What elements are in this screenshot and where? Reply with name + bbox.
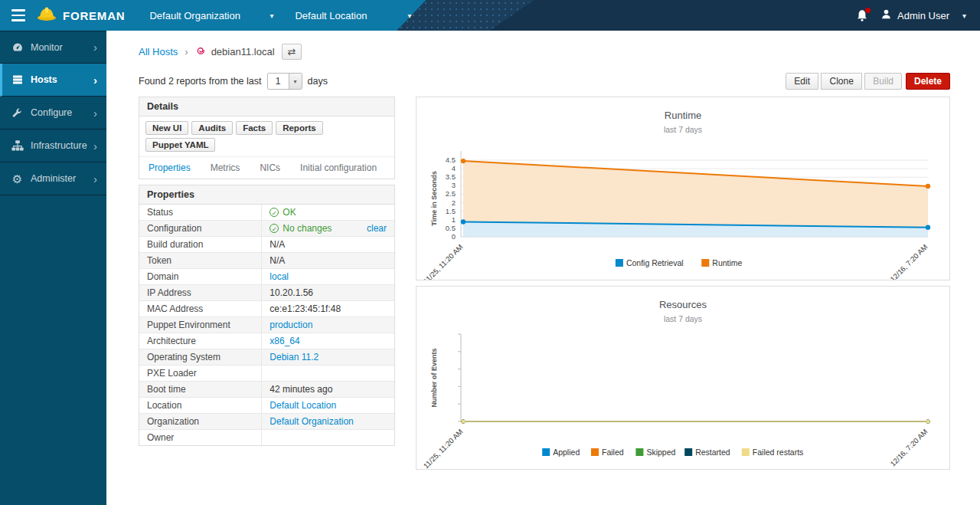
table-row-puppet-environment: Puppet Environment production xyxy=(139,317,394,333)
legend-item-runtime[interactable]: Runtime xyxy=(701,258,742,267)
sidebar-item-label: Administer xyxy=(31,173,93,184)
svg-text:last 7 days: last 7 days xyxy=(664,125,702,134)
tab-initial-configuration[interactable]: Initial configuration xyxy=(299,157,377,179)
controls-row: Found 2 reports from the last 1 ▾ days E… xyxy=(139,73,950,90)
table-row-ip-address: IP Address 10.20.1.56 xyxy=(139,285,394,301)
table-row-owner: Owner xyxy=(139,430,394,446)
notifications-bell-icon[interactable] xyxy=(856,9,868,22)
tab-properties[interactable]: Properties xyxy=(148,157,191,179)
breadcrumb-all-hosts-link[interactable]: All Hosts xyxy=(139,46,178,57)
chevron-right-icon: › xyxy=(93,74,97,86)
svg-text:last 7 days: last 7 days xyxy=(664,314,702,323)
hardhat-logo-icon xyxy=(37,6,57,25)
svg-text:Number of Events: Number of Events xyxy=(430,348,438,407)
svg-text:Failed restarts: Failed restarts xyxy=(753,448,804,457)
sidebar-item-label: Hosts xyxy=(31,74,93,85)
sidebar-item-monitor[interactable]: Monitor › xyxy=(0,31,106,64)
svg-text:4.5: 4.5 xyxy=(446,156,456,164)
check-circle-icon: ✓ xyxy=(270,208,279,217)
operating-system-link[interactable]: Debian 11.2 xyxy=(270,352,318,362)
delete-button[interactable]: Delete xyxy=(906,73,950,90)
properties-table: Status ✓OK Configuration ✓No changesclea… xyxy=(139,205,394,445)
puppet-environment-link[interactable]: production xyxy=(270,320,312,330)
host-switcher-button[interactable]: ⇄ xyxy=(282,44,302,60)
details-tabs: Properties Metrics NICs Initial configur… xyxy=(139,156,394,179)
clone-button[interactable]: Clone xyxy=(821,73,861,90)
location-label: Default Location xyxy=(295,10,367,21)
table-row-build-duration: Build duration N/A xyxy=(139,237,394,253)
properties-panel-title: Properties xyxy=(139,185,394,205)
reports-text-after: days xyxy=(308,76,328,87)
status-badge: ✓No changes xyxy=(270,223,332,234)
foreman-brand[interactable]: FOREMAN xyxy=(37,6,125,25)
svg-text:3.5: 3.5 xyxy=(446,172,456,181)
gauge-icon xyxy=(11,41,24,54)
breadcrumb-separator-icon: › xyxy=(185,46,188,57)
tab-nics[interactable]: NICs xyxy=(259,157,281,179)
audits-button[interactable]: Audits xyxy=(191,121,233,135)
notification-badge xyxy=(865,8,871,13)
sidebar-item-configure[interactable]: Configure › xyxy=(0,97,106,130)
resources-chart: Resourceslast 7 daysNumber of Events11/2… xyxy=(416,287,949,469)
caret-down-icon: ▾ xyxy=(289,74,302,89)
facts-button[interactable]: Facts xyxy=(236,121,273,135)
svg-text:11/25, 11:20 AM: 11/25, 11:20 AM xyxy=(422,428,465,469)
clear-link[interactable]: clear xyxy=(367,223,387,234)
sidebar-item-infrastructure[interactable]: Infrastructure › xyxy=(0,130,106,162)
sidebar-item-hosts[interactable]: Hosts › xyxy=(0,64,106,97)
legend-item-skipped[interactable]: Skipped xyxy=(635,448,675,457)
switch-icon: ⇄ xyxy=(288,46,296,57)
caret-down-icon: ▾ xyxy=(407,11,411,20)
tab-metrics[interactable]: Metrics xyxy=(210,157,241,179)
debian-swirl-icon xyxy=(195,44,207,58)
svg-text:0.5: 0.5 xyxy=(446,224,456,232)
gear-icon: ⚙ xyxy=(11,172,24,185)
location-link[interactable]: Default Location xyxy=(270,400,336,411)
organization-link[interactable]: Default Organization xyxy=(270,416,353,427)
hamburger-menu-icon[interactable] xyxy=(0,0,37,31)
user-name: Admin User xyxy=(897,10,949,21)
svg-text:2.5: 2.5 xyxy=(446,189,456,198)
table-row-organization: Organization Default Organization xyxy=(139,414,394,430)
puppet-yaml-button[interactable]: Puppet YAML xyxy=(145,138,215,152)
legend-item-applied[interactable]: Applied xyxy=(542,448,580,457)
svg-text:3: 3 xyxy=(452,181,456,189)
sidebar-item-label: Configure xyxy=(31,107,93,118)
edit-button[interactable]: Edit xyxy=(786,73,818,90)
reports-button[interactable]: Reports xyxy=(276,121,322,135)
svg-text:11/25, 11:20 AM: 11/25, 11:20 AM xyxy=(422,243,465,280)
legend-item-restarted[interactable]: Restarted xyxy=(684,448,730,457)
organization-label: Default Organization xyxy=(149,10,240,21)
domain-link[interactable]: local xyxy=(270,271,289,282)
user-icon xyxy=(880,8,892,22)
caret-down-icon: ▾ xyxy=(962,11,966,20)
sidebar-nav: Monitor › Hosts › Configure › Infrastruc… xyxy=(0,31,106,505)
sidebar-item-administer[interactable]: ⚙ Administer › xyxy=(0,162,106,195)
sidebar-item-label: Infrastructure xyxy=(31,140,93,151)
svg-text:Applied: Applied xyxy=(553,448,580,457)
legend-item-failed-restarts[interactable]: Failed restarts xyxy=(742,448,804,457)
server-icon xyxy=(11,74,24,86)
svg-text:Time in Seconds: Time in Seconds xyxy=(430,171,438,225)
legend-item-config-retrieval[interactable]: Config Retrieval xyxy=(616,258,684,267)
top-navbar: FOREMAN Default Organization ▾ Default L… xyxy=(0,0,980,31)
user-menu-dropdown[interactable]: Admin User ▾ xyxy=(880,8,966,22)
sitemap-icon xyxy=(11,139,24,152)
svg-text:4: 4 xyxy=(452,164,456,172)
organization-dropdown[interactable]: Default Organization ▾ xyxy=(142,0,281,31)
sidebar-item-label: Monitor xyxy=(31,42,93,53)
legend-item-failed[interactable]: Failed xyxy=(591,448,624,457)
svg-text:Runtime: Runtime xyxy=(712,258,742,267)
svg-text:Restarted: Restarted xyxy=(695,448,730,457)
build-button[interactable]: Build xyxy=(864,73,902,90)
table-row-pxe-loader: PXE Loader xyxy=(139,366,394,382)
architecture-link[interactable]: x86_64 xyxy=(270,336,299,346)
new-ui-button[interactable]: New UI xyxy=(145,121,188,135)
table-row-boot-time: Boot time 42 minutes ago xyxy=(139,382,394,398)
runtime-chart-panel: Runtimelast 7 days00.511.522.533.544.5Ti… xyxy=(416,97,950,280)
svg-text:Resources: Resources xyxy=(659,299,707,310)
details-panel-title: Details xyxy=(139,97,394,116)
svg-text:Skipped: Skipped xyxy=(646,448,675,457)
days-select[interactable]: 1 ▾ xyxy=(267,73,302,90)
location-dropdown[interactable]: Default Location ▾ xyxy=(287,0,419,31)
